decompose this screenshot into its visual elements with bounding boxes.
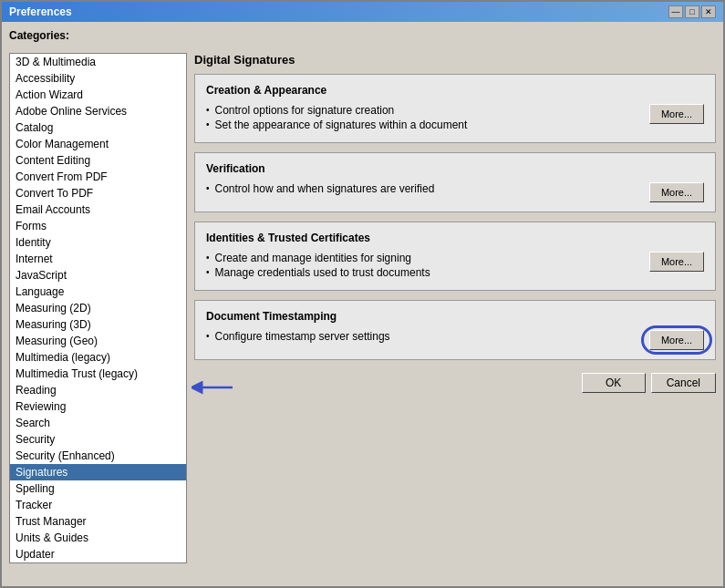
section-text-identities: •Create and manage identities for signin… bbox=[206, 252, 642, 281]
sidebar-item[interactable]: Forms bbox=[10, 218, 186, 234]
bullet-text: Create and manage identities for signing bbox=[215, 252, 411, 264]
page-title: Digital Signatures bbox=[194, 53, 716, 67]
bullet-text: Control options for signature creation bbox=[215, 104, 395, 117]
sidebar-item[interactable]: Adobe Online Services bbox=[10, 103, 186, 119]
maximize-button[interactable]: □ bbox=[685, 5, 699, 18]
bullet-icon: • bbox=[206, 331, 210, 341]
bullet-item: •Manage credentials used to trust docume… bbox=[206, 266, 642, 279]
sidebar-item[interactable]: Action Wizard bbox=[10, 87, 186, 103]
sidebar-item[interactable]: Measuring (2D) bbox=[10, 300, 186, 316]
section-heading-identities: Identities & Trusted Certificates bbox=[206, 232, 704, 244]
content-area: Categories: 3D & MultimediaAccessibility… bbox=[2, 22, 723, 586]
sidebar-item[interactable]: Email Accounts bbox=[10, 201, 186, 218]
bullet-item: •Control how and when signatures are ver… bbox=[206, 182, 642, 195]
bullet-item: •Create and manage identities for signin… bbox=[206, 252, 642, 264]
sidebar-item[interactable]: Security bbox=[10, 431, 186, 448]
bullet-text: Control how and when signatures are veri… bbox=[215, 182, 435, 195]
bullet-icon: • bbox=[206, 119, 210, 129]
window-title: Preferences bbox=[9, 5, 72, 18]
bullet-item: •Set the appearance of signatures within… bbox=[206, 119, 642, 131]
more-button-creation[interactable]: More... bbox=[649, 104, 704, 124]
bullet-text: Configure timestamp server settings bbox=[215, 330, 390, 343]
more-btn-wrapper-verification: More... bbox=[649, 182, 704, 202]
section-content-identities: •Create and manage identities for signin… bbox=[206, 252, 704, 281]
sidebar-item[interactable]: Signatures bbox=[10, 464, 186, 480]
sidebar-item[interactable]: Security (Enhanced) bbox=[10, 448, 186, 464]
sidebar-item[interactable]: Measuring (Geo) bbox=[10, 333, 186, 349]
section-content-verification: •Control how and when signatures are ver… bbox=[206, 182, 704, 202]
bullet-item: •Control options for signature creation bbox=[206, 104, 642, 117]
more-button-identities[interactable]: More... bbox=[649, 252, 704, 272]
main-area: 3D & MultimediaAccessibilityAction Wizar… bbox=[9, 53, 716, 579]
close-button[interactable]: ✕ bbox=[701, 5, 716, 18]
section-creation: Creation & Appearance•Control options fo… bbox=[194, 74, 716, 143]
more-btn-wrapper-identities: More... bbox=[649, 252, 704, 272]
bullet-icon: • bbox=[206, 105, 210, 115]
categories-label: Categories: bbox=[9, 29, 716, 42]
section-heading-verification: Verification bbox=[206, 162, 704, 175]
sidebar-item[interactable]: Units & Guides bbox=[10, 530, 186, 546]
cancel-button[interactable]: Cancel bbox=[651, 373, 716, 393]
sidebar-item[interactable]: Convert From PDF bbox=[10, 169, 186, 185]
sidebar-item[interactable]: Search bbox=[10, 415, 186, 431]
more-button-timestamping[interactable]: More... bbox=[649, 330, 704, 350]
arrow-annotation bbox=[192, 377, 237, 398]
more-button-verification[interactable]: More... bbox=[649, 182, 704, 202]
section-heading-timestamping: Document Timestamping bbox=[206, 310, 704, 323]
section-heading-creation: Creation & Appearance bbox=[206, 84, 704, 97]
sidebar-item[interactable]: Color Management bbox=[10, 136, 186, 152]
sidebar-item[interactable]: Measuring (3D) bbox=[10, 316, 186, 333]
sidebar-item[interactable]: Multimedia Trust (legacy) bbox=[10, 366, 186, 382]
title-bar: Preferences — □ ✕ bbox=[2, 2, 723, 22]
section-text-creation: •Control options for signature creation•… bbox=[206, 104, 642, 133]
sidebar-item[interactable]: Catalog bbox=[10, 119, 186, 136]
section-text-verification: •Control how and when signatures are ver… bbox=[206, 182, 642, 197]
section-content-creation: •Control options for signature creation•… bbox=[206, 104, 704, 133]
sidebar-item[interactable]: Identity bbox=[10, 234, 186, 251]
window-controls: — □ ✕ bbox=[668, 5, 716, 18]
sidebar-list[interactable]: 3D & MultimediaAccessibilityAction Wizar… bbox=[10, 54, 186, 562]
section-content-timestamping: •Configure timestamp server settingsMore… bbox=[206, 330, 704, 350]
section-identities: Identities & Trusted Certificates•Create… bbox=[194, 222, 716, 291]
preferences-window: Preferences — □ ✕ Categories: 3D & Multi… bbox=[0, 0, 725, 588]
sidebar-item[interactable]: Multimedia (legacy) bbox=[10, 349, 186, 366]
sidebar-item[interactable]: 3D & Multimedia bbox=[10, 54, 186, 70]
bullet-text: Manage credentials used to trust documen… bbox=[215, 266, 430, 279]
sidebar-item[interactable]: JavaScript bbox=[10, 267, 186, 284]
sidebar-item[interactable]: Reading bbox=[10, 382, 186, 398]
sidebar-item[interactable]: Updater bbox=[10, 546, 186, 562]
sections-container: Creation & Appearance•Control options fo… bbox=[194, 74, 716, 369]
section-verification: Verification•Control how and when signat… bbox=[194, 152, 716, 212]
more-btn-wrapper-timestamping: More... bbox=[649, 330, 704, 350]
right-panel: Digital Signatures Creation & Appearance… bbox=[194, 53, 716, 579]
section-timestamping: Document Timestamping•Configure timestam… bbox=[194, 300, 716, 360]
bullet-text: Set the appearance of signatures within … bbox=[215, 119, 468, 131]
bullet-icon: • bbox=[206, 183, 210, 193]
sidebar-item[interactable]: Content Editing bbox=[10, 152, 186, 169]
sidebar-item[interactable]: Spelling bbox=[10, 480, 186, 497]
more-btn-wrapper-creation: More... bbox=[649, 104, 704, 124]
categories-sidebar: 3D & MultimediaAccessibilityAction Wizar… bbox=[9, 53, 187, 563]
sidebar-item[interactable]: Tracker bbox=[10, 497, 186, 513]
bullet-icon: • bbox=[206, 253, 210, 263]
section-text-timestamping: •Configure timestamp server settings bbox=[206, 330, 642, 345]
ok-button[interactable]: OK bbox=[582, 373, 646, 393]
sidebar-item[interactable]: Trust Manager bbox=[10, 513, 186, 530]
minimize-button[interactable]: — bbox=[668, 5, 683, 18]
sidebar-item[interactable]: Language bbox=[10, 284, 186, 300]
sidebar-item[interactable]: Reviewing bbox=[10, 398, 186, 415]
bottom-buttons: OK Cancel bbox=[194, 373, 716, 393]
bullet-item: •Configure timestamp server settings bbox=[206, 330, 642, 343]
sidebar-item[interactable]: Internet bbox=[10, 251, 186, 267]
sidebar-item[interactable]: Convert To PDF bbox=[10, 185, 186, 201]
bullet-icon: • bbox=[206, 267, 210, 277]
sidebar-item[interactable]: Accessibility bbox=[10, 70, 186, 87]
